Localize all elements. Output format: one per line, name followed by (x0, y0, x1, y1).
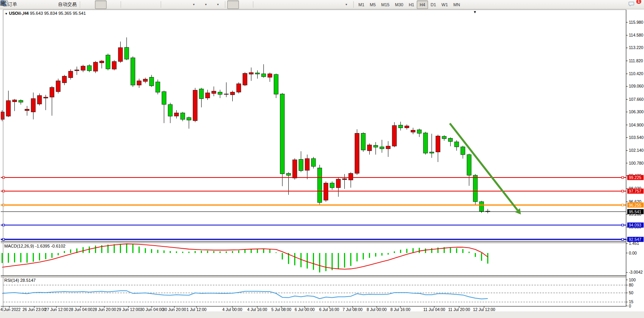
chart-menu-arrow-icon[interactable]: ▼ (5, 12, 8, 16)
candle-body (374, 145, 378, 147)
candle-body (162, 91, 166, 104)
candle-body (93, 62, 98, 71)
timeframe-M5[interactable]: M5 (367, 0, 378, 9)
candle-body (430, 152, 434, 153)
candle-body (137, 81, 141, 85)
candle-body (454, 142, 459, 147)
time-axis-label: 30 Jun 04:00 (140, 307, 164, 312)
candle-body (280, 94, 284, 174)
timeframe-M30[interactable]: M30 (392, 0, 406, 9)
price-tick: 100.780 (629, 161, 644, 165)
dropdown-caret-icon: ▾ (217, 3, 219, 6)
candle-body (112, 61, 116, 69)
hline-handle[interactable] (622, 239, 624, 241)
hline-handle[interactable] (622, 204, 624, 206)
candle-body (156, 82, 160, 92)
candle-body (249, 73, 253, 74)
candlestick-chart-button[interactable] (95, 0, 107, 9)
notifications-button[interactable]: 1 (628, 0, 639, 9)
hline-tool-button[interactable] (267, 0, 279, 9)
candle-body (255, 73, 260, 74)
hline-handle[interactable] (622, 190, 624, 192)
vline-tool-button[interactable] (255, 0, 267, 9)
candle-body (336, 179, 340, 188)
timeframe-MN[interactable]: MN (451, 0, 463, 9)
candle-body (50, 88, 54, 97)
template-button[interactable]: ▾ (211, 0, 223, 9)
candle-body (205, 93, 210, 98)
time-axis-label: 11 Jul 04:00 (423, 307, 446, 312)
tag-button[interactable] (19, 0, 31, 9)
search-button[interactable] (614, 0, 625, 9)
hline-handle[interactable] (622, 177, 624, 179)
price-label-text: 96.255 (629, 203, 641, 207)
time-axis-label: 28 Jun 04:00 (69, 307, 93, 312)
zoom-out-button[interactable] (135, 0, 147, 9)
price-tick: 109.060 (629, 84, 644, 88)
candle-body (442, 136, 446, 139)
timeframe-D1[interactable]: D1 (428, 0, 439, 9)
fibonacci-tool-button[interactable]: F (304, 0, 315, 9)
price-label-text: 94.093 (629, 223, 641, 227)
candle-body (467, 155, 471, 175)
hline-handle[interactable] (3, 204, 5, 206)
auto-scroll-button[interactable] (163, 0, 175, 9)
macd-indicator-label: MACD(12,26,9) -1.6395 -0.6102 (4, 244, 65, 248)
text-tool-button[interactable]: A (316, 0, 327, 9)
line-chart-button[interactable] (107, 0, 119, 9)
hline-handle[interactable] (3, 190, 5, 192)
candle-body (268, 74, 272, 77)
auto-trading-button[interactable]: 自动交易 (55, 0, 78, 9)
time-axis-label: 7 Jul 08:00 (342, 307, 363, 312)
price-tick: 106.300 (629, 109, 644, 114)
label-tool-button[interactable]: T (328, 0, 339, 9)
candle-body (311, 158, 316, 166)
timeframe-W1[interactable]: W1 (439, 0, 451, 9)
toolbar-separator (161, 1, 161, 8)
price-tick: 114.580 (629, 33, 643, 37)
channel-tool-button[interactable]: E (291, 0, 303, 9)
new-chart-button[interactable]: ▾ (187, 0, 199, 9)
scroll-marker-icon[interactable]: ▼ (473, 10, 477, 14)
candle-body (293, 160, 297, 178)
candle-body (87, 66, 91, 71)
candle-body (380, 147, 384, 149)
price-tick: 110.420 (629, 71, 643, 76)
time-axis-label: 5 Jul 08:00 (271, 307, 291, 312)
bar-chart-button[interactable] (83, 0, 95, 9)
hline-handle[interactable] (3, 239, 5, 241)
timeframe-H4[interactable]: H4 (417, 0, 428, 9)
timeframe-M1[interactable]: M1 (356, 0, 367, 9)
profile-button[interactable] (31, 0, 43, 9)
zoom-in-button[interactable] (123, 0, 135, 9)
candle-body (237, 84, 241, 92)
timeframe-H1[interactable]: H1 (406, 0, 417, 9)
price-tick: 107.660 (629, 97, 644, 102)
hline-handle[interactable] (3, 224, 5, 226)
crosshair-tool-button[interactable] (239, 0, 251, 9)
chart-shift-button[interactable] (175, 0, 187, 9)
sound-button[interactable] (43, 0, 55, 9)
toolbar-right-tools: 1 (614, 0, 642, 9)
chart-canvas[interactable]: 115.980114.580113.220111.820110.420109.0… (0, 0, 644, 318)
candle-body (405, 126, 409, 128)
candle-body (37, 95, 42, 104)
candle-body (118, 47, 123, 61)
candle-body (187, 118, 191, 120)
hline-handle[interactable] (3, 177, 5, 179)
chart-title: ▼ USOil-,H4 95.643 95.834 95.365 95.541 (5, 11, 86, 16)
arrows-tool-button[interactable]: ▾ (340, 0, 351, 9)
candle-body (31, 98, 35, 112)
timeframe-M15[interactable]: M15 (379, 0, 392, 9)
tile-windows-button[interactable] (147, 0, 159, 9)
price-tick: 111.820 (629, 58, 643, 63)
period-menu-button[interactable]: ▾ (199, 0, 211, 9)
candle-body (342, 179, 347, 179)
hline-handle[interactable] (622, 224, 624, 226)
trendline-tool-button[interactable] (279, 0, 291, 9)
toolbar-separator (121, 1, 121, 8)
candle-body (355, 133, 359, 173)
cursor-tool-button[interactable] (227, 0, 239, 9)
macd-axis-tick: -3.0042 (629, 270, 643, 274)
candle-body (12, 100, 17, 102)
